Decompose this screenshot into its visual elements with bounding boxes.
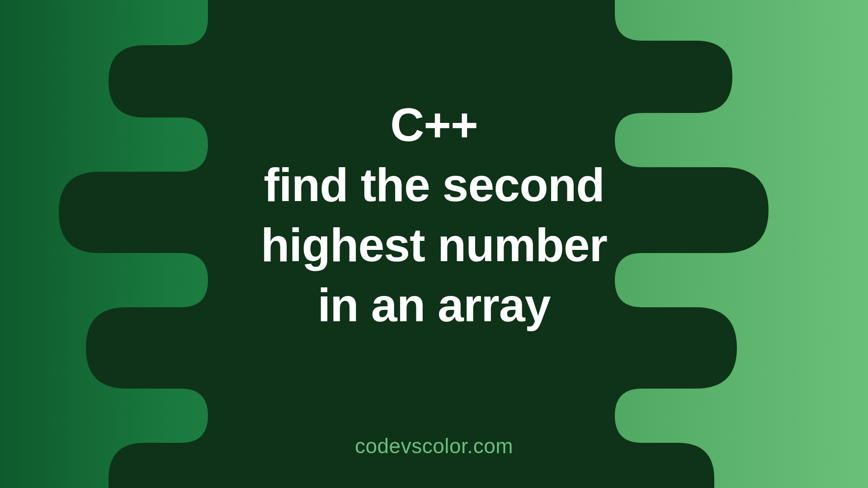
title-line-4: in an array (0, 275, 868, 335)
title-line-3: highest number (0, 215, 868, 275)
title-line-2: find the second (0, 155, 868, 215)
banner-graphic: C++ find the second highest number in an… (0, 0, 868, 488)
watermark-text: codevscolor.com (0, 434, 868, 458)
title-line-1: C++ (0, 95, 868, 155)
title-block: C++ find the second highest number in an… (0, 95, 868, 335)
